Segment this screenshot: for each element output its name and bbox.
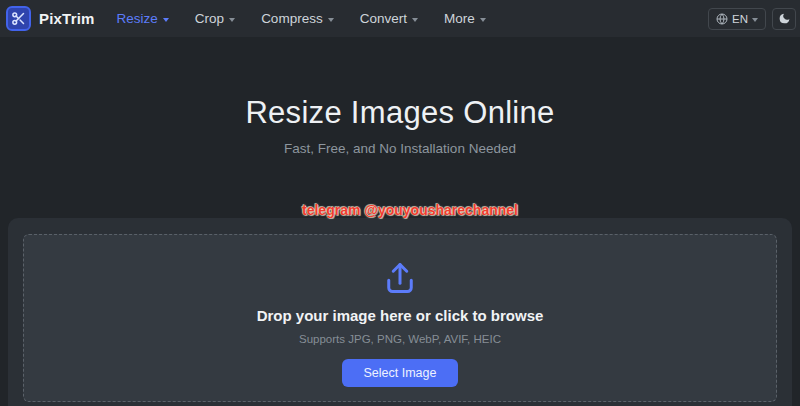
page-subtitle: Fast, Free, and No Installation Needed (0, 141, 800, 156)
main-nav: Resize Crop Compress Convert More (117, 11, 486, 26)
brand-logo[interactable]: PixTrim (6, 6, 95, 31)
chevron-down-icon (229, 18, 235, 22)
theme-toggle-button[interactable] (772, 8, 796, 30)
globe-icon (716, 13, 728, 25)
nav-item-convert[interactable]: Convert (360, 11, 418, 26)
chevron-down-icon (163, 18, 169, 22)
select-image-button[interactable]: Select Image (342, 359, 459, 387)
chevron-down-icon (752, 18, 758, 22)
watermark-text: telegram @youyousharechannel (302, 202, 518, 218)
dropzone-instruction: Drop your image here or click to browse (257, 307, 544, 324)
hero-section: Resize Images Online Fast, Free, and No … (0, 37, 800, 156)
nav-item-crop[interactable]: Crop (195, 11, 235, 26)
brand-name: PixTrim (39, 10, 95, 27)
nav-item-label: Resize (117, 11, 158, 26)
chevron-down-icon (412, 18, 418, 22)
nav-item-resize[interactable]: Resize (117, 11, 169, 26)
nav-item-compress[interactable]: Compress (261, 11, 334, 26)
moon-icon (778, 12, 791, 25)
language-label: EN (732, 13, 748, 25)
page-title: Resize Images Online (0, 95, 800, 131)
nav-item-label: Crop (195, 11, 224, 26)
header-actions: EN (708, 8, 796, 30)
nav-item-label: Compress (261, 11, 323, 26)
nav-item-label: Convert (360, 11, 407, 26)
chevron-down-icon (480, 18, 486, 22)
chevron-down-icon (328, 18, 334, 22)
image-dropzone[interactable]: Drop your image here or click to browse … (23, 234, 777, 402)
scissors-icon (6, 6, 31, 31)
supported-formats: Supports JPG, PNG, WebP, AVIF, HEIC (299, 333, 501, 345)
upload-icon (382, 260, 418, 300)
top-navbar: PixTrim Resize Crop Compress Convert Mor… (0, 0, 800, 37)
nav-item-label: More (444, 11, 475, 26)
language-selector[interactable]: EN (708, 8, 766, 30)
upload-card: Drop your image here or click to browse … (8, 218, 792, 406)
nav-item-more[interactable]: More (444, 11, 486, 26)
